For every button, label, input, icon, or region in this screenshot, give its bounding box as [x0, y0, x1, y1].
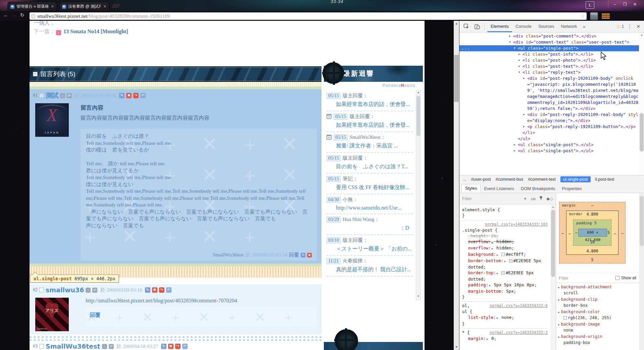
computed-scrollbar[interactable] [639, 193, 644, 350]
styles-filter-input[interactable]: Filter [462, 196, 472, 201]
next-post-link[interactable]: 13 Sonata No14 [Moonlight] [63, 28, 128, 34]
expand-arrow-icon[interactable]: ▶ [492, 247, 493, 250]
maximize-button[interactable]: ❐ [620, 2, 630, 7]
forward-button[interactable]: → [11, 12, 16, 18]
dom-tree-line[interactable]: ▶<p class="post-reply-19201109-button">…… [459, 124, 639, 130]
browser-tab-1[interactable]: 管理後台 » 部落格 » CSS ✕ [7, 2, 57, 11]
edit-reply-icon[interactable]: ✎ [301, 253, 305, 257]
reply-excerpt-link[interactable]: 真的是超不搭的！ 我自己設計... [327, 264, 413, 273]
expand-arrow-icon[interactable]: ▶ [497, 253, 498, 256]
breadcrumb-item[interactable]: #comment-text [528, 177, 556, 182]
report-comment-icon[interactable]: ↷ [175, 344, 181, 349]
collapsed-arrow-icon[interactable]: ▶ [523, 112, 525, 118]
expand-arrow-icon[interactable]: ▶ [492, 241, 493, 244]
tab-dom-breakpoints[interactable]: DOM Breakpoints [517, 185, 559, 193]
comment-checkbox[interactable] [39, 288, 44, 292]
reply-comment-icon[interactable]: ↶ [140, 93, 146, 98]
color-swatch[interactable] [501, 253, 505, 256]
toggle-state-icon[interactable]: ◆◇ [546, 196, 553, 201]
device-toolbar-icon[interactable] [474, 23, 481, 30]
reply-link[interactable]: 回覆 [289, 252, 299, 258]
tab-close-icon[interactable]: ✕ [103, 4, 106, 9]
css-property[interactable]: margin-bottom: 5px; [462, 288, 548, 294]
collapsed-arrow-icon[interactable]: ▶ [514, 148, 515, 154]
collapsed-arrow-icon[interactable]: ▶ [558, 298, 560, 301]
css-property[interactable]: padding:▶ 5px 5px 10px 0px; [462, 282, 548, 288]
comment-author-link[interactable]: SmallWu36test [46, 343, 100, 350]
collapsed-arrow-icon[interactable]: ▶ [558, 336, 560, 339]
expand-arrow-icon[interactable]: ▶ [489, 284, 491, 287]
dom-tree-line[interactable]: </li> [459, 130, 639, 136]
tab-console[interactable]: Console [512, 21, 535, 32]
scrollbar-thumb[interactable] [416, 96, 420, 136]
tab-properties[interactable]: Properties [559, 185, 585, 193]
show-all-checkbox[interactable] [615, 276, 620, 280]
stylesheet-link-text[interactable]: normal.css?v=1463334333:6 [490, 303, 548, 309]
back-button[interactable]: ← [3, 12, 8, 18]
stylesheet-link[interactable]: normal.css?v=1463334333:103 [462, 221, 548, 227]
css-property[interactable]: overflow:▶ hidden; [462, 245, 548, 251]
tab-styles[interactable]: Styles [461, 184, 481, 193]
more-tabs-icon[interactable]: » [580, 24, 588, 29]
collapsed-arrow-icon[interactable]: ▶ [523, 75, 525, 81]
scrollbar-thumb[interactable] [454, 55, 459, 102]
dom-tree-line[interactable]: ▶<div id="post-reply-19201109-body" oncl… [459, 75, 639, 112]
breadcrumb-item[interactable]: ... [463, 177, 466, 182]
tree-scrollbar[interactable]: ▲ [639, 33, 644, 175]
edit-comment-icon[interactable]: ✎ [145, 287, 150, 293]
css-property[interactable]: _height: 1%; [462, 233, 548, 239]
delete-comment-icon[interactable]: ✖ [152, 287, 157, 293]
css-property[interactable]: overflow:▶ hidden; [462, 239, 548, 245]
reply-excerpt-link[interactable]: 如果經常逛布店的話，便會發... [327, 120, 413, 129]
css-rule[interactable]: element.style {} [462, 206, 548, 220]
css-rule[interactable]: ol,normal.css?v=1463334333:6ul {list-sty… [462, 302, 548, 329]
latest-reply-item[interactable]: 03/29Hua Shin Wang：：D [327, 214, 413, 235]
computed-property[interactable]: ▶background-colorrgb(236, 248, 255) [558, 309, 637, 320]
latest-reply-item[interactable]: 05/15版主回覆：如果經常逛布店的話，便會發... [327, 111, 413, 132]
browser-menu-button[interactable] [601, 13, 610, 19]
url-text[interactable]: smallwu36test.pixnet.net/blog/post/40328… [37, 13, 169, 19]
reply-comment-icon[interactable]: ↶ [182, 344, 188, 349]
bookmark-star-icon[interactable]: ☆ [580, 13, 585, 19]
breadcrumb-item[interactable]: li.post-text [595, 177, 614, 182]
collapsed-arrow-icon[interactable]: ▶ [518, 51, 520, 57]
css-property[interactable]: margin:▶ 0; [462, 336, 548, 342]
page-scrollbar[interactable]: ▲ ▼ [454, 21, 459, 350]
tab-sources[interactable]: Sources [535, 21, 558, 32]
collapse-icon[interactable]: − [33, 72, 38, 76]
comment-author-link[interactable]: smallwu36 [46, 286, 84, 294]
dom-tree-line[interactable]: ▶<li class="post-info">…</li> [459, 51, 639, 57]
color-swatch[interactable] [509, 259, 512, 262]
new-tab-button[interactable] [110, 3, 121, 8]
show-all-control[interactable]: Show all [615, 276, 636, 280]
tab-close-icon[interactable]: ✕ [51, 4, 54, 9]
close-button[interactable]: ✕ [630, 2, 640, 7]
latest-reply-item[interactable]: 05/15版主回覆：如果經常逛布店的話，便會發... [327, 91, 413, 111]
css-property[interactable]: border-bottom:▶ #E2E9EE 5px dotted; [462, 258, 548, 270]
latest-reply-item[interactable]: 04/30小無：http://www.sanseido.net/Use... [327, 194, 413, 214]
dom-tree-line[interactable]: ▶<li class="post-photo">…</li> [459, 57, 639, 63]
dom-tree-line[interactable]: ▼<li class="reply-text"> [459, 69, 639, 75]
collapsed-arrow-icon[interactable]: ▶ [509, 33, 511, 39]
collapsed-arrow-icon[interactable]: ▶ [558, 323, 560, 326]
profile-button[interactable]: L [586, 1, 594, 9]
scroll-down-icon[interactable]: ▼ [416, 295, 420, 298]
collapsed-arrow-icon[interactable]: ▶ [558, 311, 560, 314]
expanded-arrow-icon[interactable]: ▼ [509, 39, 511, 45]
url-bar[interactable]: smallwu36test.pixnet.net/blog/post/40328… [30, 12, 587, 20]
delete-comment-icon[interactable]: ✖ [168, 344, 174, 349]
scroll-up-icon[interactable]: ▲ [639, 33, 644, 37]
home-icon[interactable]: ⌂ [86, 288, 91, 293]
stylesheet-link-text[interactable]: normal.css?v=1463334333:2 [490, 330, 548, 336]
breadcrumb-item[interactable]: #comment-box [495, 177, 523, 182]
sidebar-scrollbar[interactable]: ▲ ▼ [416, 90, 421, 300]
box-model-padding[interactable]: padding 5 10 – 5 690 × 421.600 [573, 220, 611, 246]
edit-comment-icon[interactable]: ✎ [161, 344, 166, 349]
computed-property[interactable]: ▶background-imagenone [558, 322, 637, 333]
expand-arrow-icon[interactable]: ▶ [497, 316, 498, 319]
styles-scrollbar[interactable]: ▲ [550, 205, 556, 350]
report-comment-icon[interactable]: ↷ [133, 93, 139, 98]
computed-property[interactable]: ▶background-attachmentscroll [558, 284, 637, 296]
new-style-rule-icon[interactable]: + [524, 196, 527, 202]
reload-button[interactable]: ↻ [20, 12, 24, 18]
